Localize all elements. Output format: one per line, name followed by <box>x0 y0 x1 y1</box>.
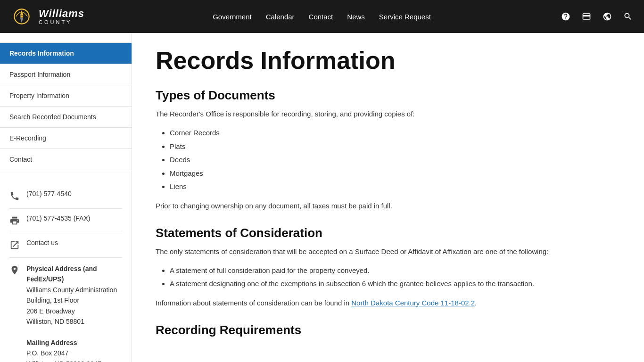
mailing-label: Mailing Address <box>26 339 77 346</box>
sidebar-item-property-information[interactable]: Property Information <box>0 85 132 107</box>
phone-item: (701) 577-4540 <box>9 184 122 209</box>
sidebar-item-records-information[interactable]: Records Information <box>0 42 132 64</box>
site-header: Williams COUNTY GovernmentCalendarContac… <box>0 0 644 33</box>
section2-list: A statement of full consideration paid f… <box>170 264 561 291</box>
fax-icon <box>9 215 21 227</box>
section2-note-suffix: . <box>475 299 477 307</box>
search-icon[interactable] <box>621 10 635 23</box>
logo-county: COUNTY <box>39 19 84 25</box>
logo-williams: Williams <box>39 8 84 19</box>
list-item: Mortgages <box>170 167 561 181</box>
physical-label: Physical Address (and FedEx/UPS) <box>26 265 97 283</box>
fax-number: (701) 577-4535 (FAX) <box>26 214 90 222</box>
svg-marker-1 <box>20 10 24 16</box>
nav-item-calendar[interactable]: Calendar <box>266 13 295 21</box>
section1-note: Prior to changing ownership on any docum… <box>156 200 561 212</box>
list-item: Corner Records <box>170 126 561 140</box>
section1-heading: Types of Documents <box>156 88 561 103</box>
main-content: Records Information Types of Documents T… <box>132 33 585 362</box>
physical-line2: Building, 1st Floor <box>26 296 79 304</box>
sidebar-item-e-recording[interactable]: E-Recording <box>0 128 132 149</box>
phone-number: (701) 577-4540 <box>26 190 72 197</box>
section2-note-prefix: Information about statements of consider… <box>156 299 351 307</box>
card-icon[interactable] <box>580 10 593 23</box>
address-item: Physical Address (and FedEx/UPS) William… <box>9 258 122 362</box>
svg-marker-2 <box>20 17 24 23</box>
phone-icon <box>9 191 21 203</box>
nav-item-service-request[interactable]: Service Request <box>379 13 431 21</box>
sidebar-item-search-recorded-documents[interactable]: Search Recorded Documents <box>0 107 132 128</box>
list-item: A statement designating one of the exemp… <box>170 277 561 291</box>
globe-icon[interactable] <box>601 10 614 23</box>
contact-us-label: Contact us <box>26 239 58 247</box>
location-icon <box>9 265 21 277</box>
sidebar-item-passport-information[interactable]: Passport Information <box>0 64 132 85</box>
ndcc-link[interactable]: North Dakota Century Code 11-18-02.2 <box>351 299 475 307</box>
section2-note: Information about statements of consider… <box>156 297 561 309</box>
help-icon[interactable] <box>559 10 572 23</box>
svg-point-3 <box>20 15 23 17</box>
sidebar-contact-info: (701) 577-4540 (701) 577-4535 (FAX) Cont… <box>0 180 132 362</box>
page-title: Records Information <box>156 47 561 74</box>
section2-intro: The only statements of consideration tha… <box>156 246 561 257</box>
list-item: Plats <box>170 140 561 154</box>
contact-us-item[interactable]: Contact us <box>9 233 122 258</box>
physical-line1: Williams County Administration <box>26 286 117 294</box>
sidebar: Records InformationPassport InformationP… <box>0 33 132 362</box>
fax-item: (701) 577-4535 (FAX) <box>9 209 122 233</box>
section2-heading: Statements of Consideration <box>156 226 561 240</box>
external-link-icon <box>9 240 21 252</box>
logo[interactable]: Williams COUNTY <box>9 4 84 29</box>
sidebar-menu: Records InformationPassport InformationP… <box>0 42 132 170</box>
sidebar-item-contact[interactable]: Contact <box>0 149 132 170</box>
mailing-line2: Williston, ND 58802-2047 <box>26 360 101 362</box>
physical-line4: Williston, ND 58801 <box>26 318 84 325</box>
nav-item-contact[interactable]: Contact <box>309 13 333 21</box>
section3-heading: Recording Requirements <box>156 323 561 337</box>
address-block: Physical Address (and FedEx/UPS) William… <box>26 263 122 362</box>
section1-intro: The Recorder's Office is responsible for… <box>156 108 561 120</box>
main-nav: GovernmentCalendarContactNewsService Req… <box>213 13 431 21</box>
list-item: Deeds <box>170 153 561 167</box>
nav-item-government[interactable]: Government <box>213 13 252 21</box>
header-icon-group <box>559 10 635 23</box>
nav-item-news[interactable]: News <box>347 13 365 21</box>
list-item: A statement of full consideration paid f… <box>170 264 561 278</box>
section1-list: Corner RecordsPlatsDeedsMortgagesLiens <box>170 126 561 194</box>
page-container: Records InformationPassport InformationP… <box>0 33 644 362</box>
physical-line3: 206 E Broadway <box>26 307 75 315</box>
list-item: Liens <box>170 180 561 194</box>
mailing-line1: P.O. Box 2047 <box>26 349 68 357</box>
